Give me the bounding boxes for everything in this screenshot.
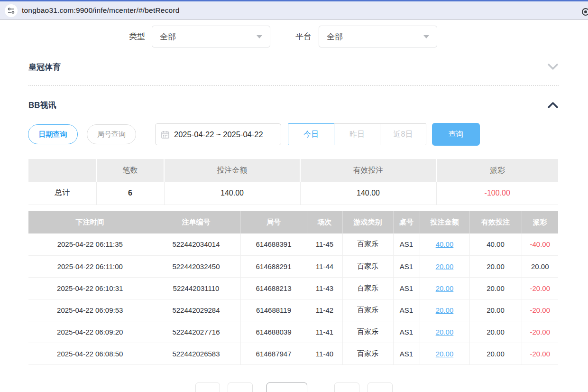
calendar-icon [161,131,169,139]
cell-session: 11-40 [307,343,342,364]
column-header-time: 下注时间 [28,211,152,233]
today-button[interactable]: 今日 [288,123,334,145]
cell-session: 11-41 [307,321,342,343]
target-icon[interactable] [580,7,588,17]
summary-header-bet-amount: 投注金额 [164,159,300,182]
platform-label: 平台 [295,26,312,47]
cell-order-id: 522442034014 [152,233,240,255]
pagination-first-button[interactable] [195,383,220,392]
summary-total-label: 总计 [28,182,96,205]
section-title: 皇冠体育 [28,62,61,73]
cell-table-id: AS1 [393,299,420,321]
cell-time: 2025-04-22 06:11:00 [28,255,152,277]
quick-range-group: 今日 昨日 近8日 [288,123,426,145]
caret-down-icon [257,35,262,38]
bet-amount-link[interactable]: 20.00 [436,306,454,314]
cell-payout: -20.00 [522,277,558,299]
tune-sliders-icon [8,7,15,14]
cell-bet-amount: 20.00 [420,343,469,364]
bet-amount-link[interactable]: 40.00 [436,240,454,248]
cell-game-type: 百家乐 [342,321,393,343]
bet-amount-link[interactable]: 20.00 [436,262,454,271]
column-header-table-id: 桌号 [393,211,420,233]
cell-bet-amount: 20.00 [420,255,469,277]
column-header-session: 场次 [307,211,342,233]
round-query-tab[interactable]: 局号查询 [87,124,136,144]
cell-session: 11-43 [307,277,342,299]
bet-record-screen: { "browser": { "url": "tongbao31.com:990… [0,0,588,392]
summary-payout: -100.00 [436,182,558,205]
chevron-up-icon [547,101,559,109]
cell-order-id: 522442031110 [152,277,240,299]
cell-time: 2025-04-22 06:11:35 [28,233,152,255]
cell-table-id: AS1 [393,321,420,343]
platform-select-value: 全部 [327,31,343,42]
cell-valid-bet: 20.00 [469,277,522,299]
date-range-picker[interactable]: 2025-04-22 ~ 2025-04-22 [155,123,281,145]
summary-table: 笔数 投注金额 有效投注 派彩 总计 6 140.00 140.00 -100.… [28,159,558,205]
cell-round-id: 614688039 [240,321,307,343]
cell-round-id: 614688391 [240,233,307,255]
column-header-valid-bet: 有效投注 [469,211,522,233]
cell-payout: -40.00 [522,233,558,255]
summary-header-payout: 派彩 [436,159,558,182]
cell-valid-bet: 20.00 [469,299,522,321]
caret-down-icon [423,35,429,38]
bet-record-table: 下注时间注单编号局号场次游戏类别桌号投注金额有效投注派彩 2025-04-22 … [28,211,558,365]
column-header-round-id: 局号 [240,211,307,233]
cell-order-id: 522442026583 [152,343,240,364]
pagination-next-button[interactable] [334,383,359,392]
cell-session: 11-45 [307,233,342,255]
date-query-tab[interactable]: 日期查询 [28,124,78,144]
cell-table-id: AS1 [393,343,420,364]
bet-amount-link[interactable]: 20.00 [436,284,454,292]
cell-valid-bet: 20.00 [469,321,522,343]
section-crown-sports[interactable]: 皇冠体育 [28,60,559,74]
cell-payout: 20.00 [522,255,558,277]
summary-header-count: 笔数 [96,159,164,182]
summary-header-empty [28,159,96,182]
bet-amount-link[interactable]: 20.00 [436,328,454,336]
cell-table-id: AS1 [393,255,420,277]
chevron-down-icon [547,63,559,71]
cell-session: 11-44 [307,255,342,277]
last-8-days-button[interactable]: 近8日 [380,123,426,145]
cell-game-type: 百家乐 [342,299,393,321]
cell-bet-amount: 40.00 [420,233,469,255]
url-text[interactable]: tongbao31.com:9900/infe/mcenter/#/betRec… [22,6,583,15]
table-row: 2025-04-22 06:11:35522442034014614688391… [28,233,558,255]
cell-order-id: 522442027716 [152,321,240,343]
cell-round-id: 614687947 [240,343,307,364]
type-select[interactable]: 全部 [152,26,270,47]
platform-select[interactable]: 全部 [319,26,437,47]
cell-bet-amount: 20.00 [420,299,469,321]
summary-total-row: 总计 6 140.00 140.00 -100.00 [28,182,558,205]
cell-payout: -20.00 [522,299,558,321]
cell-game-type: 百家乐 [342,255,393,277]
pagination-page-input[interactable] [266,383,307,392]
date-range-value: 2025-04-22 ~ 2025-04-22 [174,130,263,139]
summary-count: 6 [96,182,164,205]
cell-table-id: AS1 [393,233,420,255]
yesterday-button[interactable]: 昨日 [334,123,380,145]
bet-amount-link[interactable]: 20.00 [436,350,454,358]
summary-header-valid-bet: 有效投注 [300,159,436,182]
summary-header-row: 笔数 投注金额 有效投注 派彩 [28,159,558,182]
cell-payout: -20.00 [522,343,558,364]
cell-bet-amount: 20.00 [420,277,469,299]
section-bb-live[interactable]: BB视讯 [28,98,559,112]
cell-order-id: 522442032450 [152,255,240,277]
table-row: 2025-04-22 06:08:50522442026583614687947… [28,343,558,364]
cell-game-type: 百家乐 [342,233,393,255]
summary-bet-amount: 140.00 [164,182,300,205]
column-header-bet-amount: 投注金额 [420,211,469,233]
browser-address-bar[interactable]: tongbao31.com:9900/infe/mcenter/#/betRec… [0,1,588,20]
pagination-last-button[interactable] [368,383,393,392]
cell-time: 2025-04-22 06:08:50 [28,343,152,364]
table-row: 2025-04-22 06:11:00522442032450614688291… [28,255,558,277]
section-divider [28,85,559,86]
site-settings-button[interactable] [5,4,18,17]
search-button[interactable]: 查询 [432,123,480,146]
cell-payout: -20.00 [522,321,558,343]
pagination-prev-button[interactable] [228,383,253,392]
